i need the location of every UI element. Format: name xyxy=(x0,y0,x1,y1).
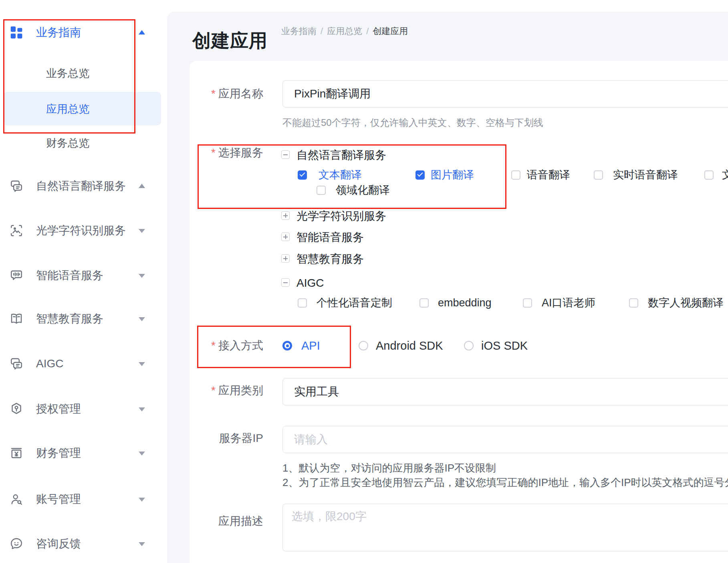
tree-collapse-toggle[interactable] xyxy=(281,278,290,287)
checkbox-label-voice-translation[interactable]: 语音翻译 xyxy=(527,169,570,181)
aigc-chat-icon xyxy=(9,356,24,371)
sidebar-item-ocr-service[interactable]: 光学字符识别服务 xyxy=(0,222,167,239)
radio-ios-sdk[interactable] xyxy=(464,341,474,350)
checkbox-image-translation[interactable] xyxy=(415,170,425,180)
checkbox-embedding[interactable] xyxy=(419,298,429,308)
checkbox-label-clipped-option[interactable]: 文 xyxy=(722,169,728,181)
chevron-up-icon xyxy=(139,184,145,188)
sidebar-item-label: 智能语音服务 xyxy=(36,268,103,283)
server-ip-input[interactable] xyxy=(282,426,728,453)
chevron-down-icon xyxy=(139,452,145,456)
sidebar-item-aigc[interactable]: AIGC xyxy=(0,355,167,373)
tree-expand-toggle[interactable] xyxy=(281,254,290,263)
tree-node-speech-service[interactable]: 智能语音服务 xyxy=(296,231,364,244)
checkbox-personalized-voice[interactable] xyxy=(298,298,307,308)
chevron-down-icon xyxy=(139,229,145,233)
tree-collapse-toggle[interactable] xyxy=(281,150,290,159)
breadcrumb: 业务指南/应用总览/创建应用 xyxy=(281,25,408,37)
sidebar-item-authorization[interactable]: 授权管理 xyxy=(0,400,167,418)
chevron-down-icon xyxy=(139,407,145,411)
app-category-input[interactable] xyxy=(282,378,728,405)
sidebar-item-label: 智慧教育服务 xyxy=(36,311,103,326)
server-ip-label: 服务器IP xyxy=(219,431,263,445)
required-star: * xyxy=(211,87,216,100)
tree-expand-toggle[interactable] xyxy=(281,233,290,241)
required-star: * xyxy=(211,384,216,397)
sidebar-item-nlp-service[interactable]: 自然语言翻译服务 xyxy=(0,177,167,195)
chevron-up-icon xyxy=(139,30,145,34)
checkbox-voice-translation[interactable] xyxy=(511,170,520,180)
checkbox-digital-human-video[interactable] xyxy=(629,298,638,308)
chevron-down-icon xyxy=(139,542,145,546)
sidebar-item-finance-overview[interactable]: 财务总览 xyxy=(46,134,89,152)
sidebar-item-education-service[interactable]: 智慧教育服务 xyxy=(0,310,167,328)
checkbox-ai-speaking-teacher[interactable] xyxy=(523,298,532,308)
sidebar: 业务指南 业务总览 应用总览 财务总览 自然语言翻译服务 光学字符识别服务 智能… xyxy=(0,0,167,563)
checkbox-label-domain-translation[interactable]: 领域化翻译 xyxy=(336,184,390,196)
radio-api[interactable] xyxy=(282,341,292,350)
app-category-label: *应用类别 xyxy=(211,384,263,397)
open-book-icon xyxy=(9,312,24,326)
server-ip-helper-2: 2、为了正常且安全地使用智云产品，建议您填写正确的IP地址，输入多个IP时以英文… xyxy=(282,476,728,490)
sidebar-item-account-management[interactable]: 账号管理 xyxy=(0,490,167,508)
radio-label-android-sdk[interactable]: Android SDK xyxy=(376,339,443,352)
chat-translate-icon xyxy=(9,179,24,193)
checkbox-label-digital-human-video[interactable]: 数字人视频翻译 xyxy=(648,297,724,309)
voice-bubble-icon xyxy=(9,268,24,283)
sidebar-item-label: 财务管理 xyxy=(36,446,81,461)
user-search-icon xyxy=(9,492,24,506)
sidebar-item-label: AIGC xyxy=(36,357,63,370)
checkbox-label-text-translation[interactable]: 文本翻译 xyxy=(319,169,362,181)
sidebar-item-speech-service[interactable]: 智能语音服务 xyxy=(0,267,167,284)
checkbox-label-ai-speaking-teacher[interactable]: AI口语老师 xyxy=(542,297,595,309)
app-description-label: 应用描述 xyxy=(218,514,263,528)
app-name-label: *应用名称 xyxy=(211,87,263,101)
dashboard-grid-icon xyxy=(9,25,24,40)
select-service-label: *选择服务 xyxy=(211,146,263,160)
chevron-down-icon xyxy=(139,498,145,502)
app-name-helper-text: 不能超过50个字符，仅允许输入中英文、数字、空格与下划线 xyxy=(282,116,543,129)
sidebar-item-label: 咨询反馈 xyxy=(36,536,81,551)
hexagon-key-icon xyxy=(9,402,24,416)
page-title: 创建应用 xyxy=(192,28,268,53)
tree-node-aigc[interactable]: AIGC xyxy=(296,277,324,290)
sidebar-item-finance-management[interactable]: 财务管理 xyxy=(0,444,167,462)
sidebar-item-business-overview[interactable]: 业务总览 xyxy=(46,65,89,82)
checkbox-label-personalized-voice[interactable]: 个性化语音定制 xyxy=(317,297,392,309)
checkbox-realtime-voice-translation[interactable] xyxy=(594,170,603,180)
sidebar-item-label: 账号管理 xyxy=(36,492,81,507)
scan-image-icon xyxy=(9,223,24,238)
checkbox-label-image-translation[interactable]: 图片翻译 xyxy=(431,169,474,181)
checkbox-label-realtime-voice-translation[interactable]: 实时语音翻译 xyxy=(613,169,678,181)
chevron-down-icon xyxy=(139,362,145,366)
tree-node-nlp-service[interactable]: 自然语言翻译服务 xyxy=(296,149,386,162)
checkbox-label-embedding[interactable]: embedding xyxy=(438,297,492,309)
sidebar-item-label: 光学字符识别服务 xyxy=(36,223,126,238)
tree-node-education-service[interactable]: 智慧教育服务 xyxy=(296,253,364,265)
sidebar-item-app-overview[interactable]: 应用总览 xyxy=(46,100,89,118)
radio-label-api[interactable]: API xyxy=(301,339,320,352)
checkbox-domain-translation[interactable] xyxy=(317,186,326,195)
app-description-textarea[interactable] xyxy=(282,504,728,551)
sidebar-item-label: 业务指南 xyxy=(36,25,81,40)
app-name-input[interactable] xyxy=(282,80,728,107)
required-star: * xyxy=(211,146,216,159)
sidebar-item-feedback[interactable]: 咨询反馈 xyxy=(0,535,167,553)
chevron-down-icon xyxy=(139,317,145,321)
breadcrumb-current: 创建应用 xyxy=(373,26,408,36)
breadcrumb-business-guide[interactable]: 业务指南 xyxy=(281,26,317,36)
breadcrumb-separator: / xyxy=(366,26,369,36)
server-ip-helper-1: 1、默认为空，对访问的应用服务器IP不设限制 xyxy=(282,461,496,475)
checkbox-clipped-option[interactable] xyxy=(704,170,714,180)
required-star: * xyxy=(211,339,216,352)
smiley-feedback-icon xyxy=(9,537,24,551)
tree-node-ocr-service[interactable]: 光学字符识别服务 xyxy=(296,210,386,223)
tree-expand-toggle[interactable] xyxy=(281,211,290,220)
radio-label-ios-sdk[interactable]: iOS SDK xyxy=(481,339,528,352)
breadcrumb-app-overview[interactable]: 应用总览 xyxy=(327,26,362,36)
checkbox-text-translation[interactable] xyxy=(298,170,307,180)
sidebar-item-business-guide[interactable]: 业务指南 xyxy=(0,24,167,41)
radio-android-sdk[interactable] xyxy=(359,341,368,350)
cash-box-icon xyxy=(9,446,24,460)
sidebar-item-label: 自然语言翻译服务 xyxy=(36,178,126,194)
